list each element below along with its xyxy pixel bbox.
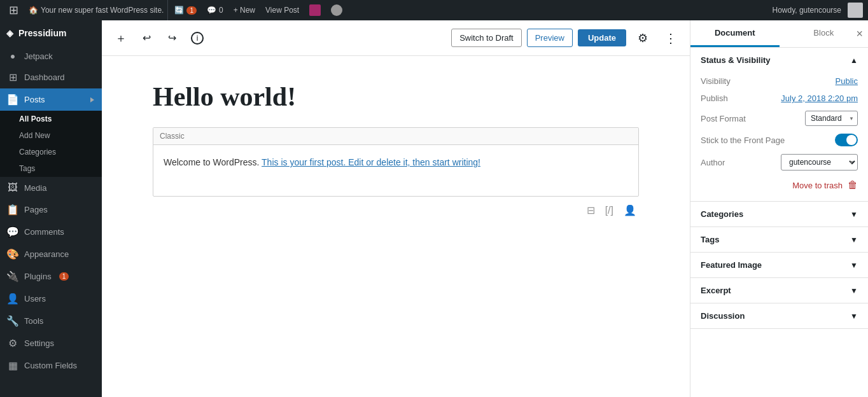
discussion-title: Discussion <box>701 311 745 321</box>
settings-panel: Document Block × Status & Visibility ▲ V… <box>690 20 868 397</box>
block-label: Classic <box>160 132 185 141</box>
add-block-button[interactable]: ＋ <box>109 27 132 50</box>
sidebar-brand: ◈ Pressidium <box>0 20 102 46</box>
move-to-trash-text: Move to trash <box>792 181 843 190</box>
sidebar-item-tags[interactable]: Tags <box>0 160 102 177</box>
sidebar-item-comments[interactable]: 💬 Comments <box>0 221 102 243</box>
sidebar-item-categories[interactable]: Categories <box>0 144 102 160</box>
classic-block-toolbar: Classic <box>153 128 638 145</box>
tags-header[interactable]: Tags ▼ <box>690 227 868 252</box>
all-posts-label: All Posts <box>19 115 52 123</box>
sidebar-item-tools[interactable]: 🔧 Tools <box>0 310 102 332</box>
excerpt-section: Excerpt ▼ <box>690 278 868 303</box>
publish-value[interactable]: July 2, 2018 2:20 pm <box>781 94 858 103</box>
sidebar-item-pages[interactable]: 📋 Pages <box>0 198 102 221</box>
settings-gear-button[interactable]: ⚙ <box>631 27 654 50</box>
switch-to-draft-button[interactable]: Switch to Draft <box>451 29 522 47</box>
sidebar-item-custom-fields[interactable]: ▦ Custom Fields <box>0 354 102 377</box>
preview-button[interactable]: Preview <box>527 29 573 47</box>
table-action-button[interactable]: ⊟ <box>584 202 598 219</box>
admin-bar: ⊞ 🏠 Your new super fast WordPress site. … <box>0 0 868 20</box>
chevron-up-icon: ▲ <box>850 56 858 65</box>
add-new-label: Add New <box>19 131 50 140</box>
sidebar-item-posts[interactable]: 📄 Posts <box>0 88 102 111</box>
sidebar-item-settings[interactable]: ⚙ Settings <box>0 332 102 354</box>
tab-document[interactable]: Document <box>690 20 780 47</box>
chevron-down-icon: ▼ <box>850 261 858 270</box>
status-visibility-title: Status & Visibility <box>701 55 771 65</box>
sidebar-item-all-posts[interactable]: All Posts <box>0 111 102 127</box>
excerpt-title: Excerpt <box>701 286 731 295</box>
editor-wrapper: ＋ ↩ ↪ i Switch to Draft Preview Update <box>102 20 690 397</box>
media-icon: 🖼 <box>6 182 19 193</box>
site-name-link[interactable]: 🏠 Your new super fast WordPress site. <box>25 0 168 20</box>
settings-close-button[interactable]: × <box>856 28 863 39</box>
home-icon: 🏠 <box>29 6 38 15</box>
block-text-plain: Welcome to WordPress. <box>164 157 259 167</box>
sidebar-item-dashboard[interactable]: ⊞ Dashboard <box>0 66 102 88</box>
block-text-link[interactable]: This is your first post. Edit or delete … <box>262 157 480 167</box>
dashboard-icon: ⊞ <box>6 71 19 83</box>
redo-button[interactable]: ↪ <box>160 27 183 50</box>
info-button[interactable]: i <box>186 27 209 50</box>
post-title[interactable]: Hello world! <box>153 81 639 112</box>
table-icon: ⊟ <box>587 205 595 216</box>
featured-image-section: Featured Image ▼ <box>690 253 868 278</box>
post-format-label: Post Format <box>701 114 746 123</box>
excerpt-header[interactable]: Excerpt ▼ <box>690 278 868 303</box>
comments-link[interactable]: 💬 0 <box>203 0 227 20</box>
more-options-button[interactable]: ⋮ <box>659 27 682 50</box>
sidebar-item-jetpack[interactable]: ● Jetpack <box>0 46 102 66</box>
user-action-button[interactable]: 👤 <box>621 202 639 219</box>
status-visibility-content: Visibility Public Publish July 2, 2018 2… <box>690 73 868 201</box>
post-format-select[interactable]: Standard Aside Image Video <box>805 111 858 126</box>
classic-block-content[interactable]: Welcome to WordPress. This is your first… <box>153 145 638 196</box>
sidebar-item-plugins[interactable]: 🔌 Plugins 1 <box>0 265 102 288</box>
code-action-button[interactable]: [/] <box>603 202 616 219</box>
stick-to-front-row: Stick to the Front Page <box>701 130 858 150</box>
plus-icon: ＋ <box>115 31 127 46</box>
sidebar-item-appearance[interactable]: 🎨 Appearance <box>0 243 102 265</box>
categories-header[interactable]: Categories ▼ <box>690 202 868 226</box>
undo-button[interactable]: ↩ <box>135 27 158 50</box>
gravatar-link[interactable] <box>327 0 346 20</box>
sidebar-item-media[interactable]: 🖼 Media <box>0 177 102 198</box>
chevron-down-icon: ▼ <box>850 210 858 219</box>
sidebar-item-users[interactable]: 👤 Users <box>0 288 102 310</box>
visibility-value[interactable]: Public <box>836 76 858 86</box>
sidebar-item-add-new[interactable]: Add New <box>0 127 102 144</box>
move-to-trash-link[interactable]: Move to trash <box>792 181 843 190</box>
gear-icon: ⚙ <box>638 31 648 45</box>
comments-icon: 💬 <box>6 226 19 238</box>
tab-block[interactable]: Block <box>780 20 869 47</box>
yoast-link[interactable] <box>305 0 325 20</box>
update-button[interactable]: Update <box>578 29 626 46</box>
tags-title: Tags <box>701 235 719 244</box>
updates-link[interactable]: 🔄 1 <box>171 0 200 20</box>
tags-section: Tags ▼ <box>690 227 868 253</box>
brand-label: Pressidium <box>18 28 66 38</box>
editor-content: Hello world! Classic Welcome to WordPres… <box>102 56 690 397</box>
post-format-select-wrapper: Standard Aside Image Video <box>805 111 858 126</box>
author-select[interactable]: gutencourse <box>781 154 858 171</box>
code-icon: [/] <box>605 205 613 216</box>
featured-image-title: Featured Image <box>701 260 762 270</box>
stick-to-front-toggle[interactable] <box>835 134 858 146</box>
undo-icon: ↩ <box>143 32 151 44</box>
settings-panel-header: Document Block × <box>690 20 868 48</box>
discussion-header[interactable]: Discussion ▼ <box>690 303 868 328</box>
view-post-link[interactable]: View Post <box>262 0 303 20</box>
featured-image-header[interactable]: Featured Image ▼ <box>690 253 868 277</box>
yoast-icon <box>309 4 321 16</box>
status-visibility-header[interactable]: Status & Visibility ▲ <box>690 48 868 73</box>
sidebar-item-label: Pages <box>24 205 48 214</box>
status-visibility-section: Status & Visibility ▲ Visibility Public … <box>690 48 868 202</box>
categories-title: Categories <box>701 209 743 219</box>
tags-label: Tags <box>19 164 35 173</box>
posts-icon: 📄 <box>6 94 19 106</box>
stick-to-front-label: Stick to the Front Page <box>701 136 785 145</box>
updates-counter: 1 <box>186 6 197 15</box>
sidebar-item-label: Comments <box>24 227 64 237</box>
new-content-link[interactable]: + New <box>230 0 259 20</box>
tab-document-label: Document <box>715 28 755 38</box>
